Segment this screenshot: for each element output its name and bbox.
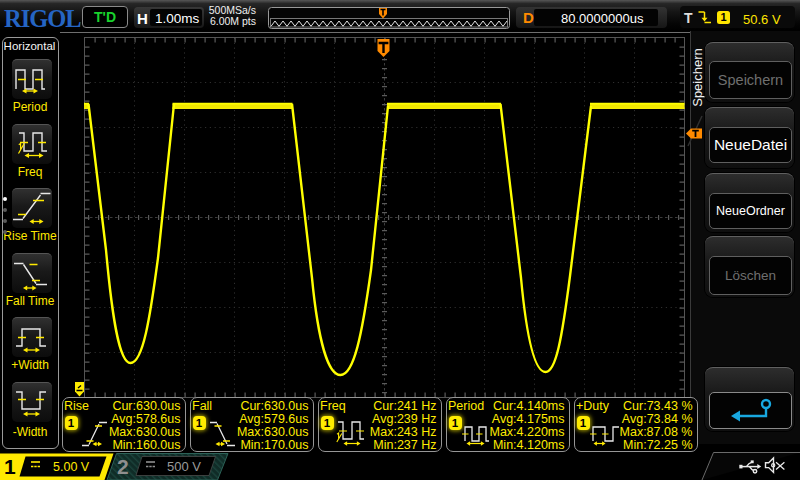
svg-text:2: 2 bbox=[117, 455, 129, 478]
svg-text:500 V: 500 V bbox=[167, 459, 201, 474]
svg-text:5.00 V: 5.00 V bbox=[53, 460, 90, 474]
svg-text:1: 1 bbox=[4, 455, 16, 478]
